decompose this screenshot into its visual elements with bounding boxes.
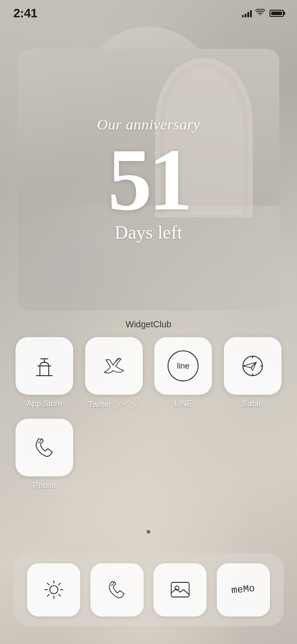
twitter-label: Twitter ツイッ:	[88, 399, 140, 410]
page-dot-active	[147, 530, 150, 534]
svg-rect-6	[171, 582, 189, 597]
widget-countdown-number: 51	[108, 142, 189, 217]
safari-item[interactable]: Safari	[222, 337, 284, 410]
widget-provider-label: WidgetClub	[0, 319, 297, 330]
battery-icon	[270, 10, 284, 17]
dock-photos-icon[interactable]	[153, 563, 207, 617]
dock-memo-icon[interactable]: meMo	[217, 563, 270, 617]
twitter-icon[interactable]	[85, 337, 143, 395]
app-store-item[interactable]: App Store	[13, 337, 76, 410]
wifi-icon	[255, 9, 265, 18]
line-icon[interactable]: line	[154, 337, 212, 395]
dock-settings-icon[interactable]	[27, 563, 80, 617]
status-icons	[242, 9, 284, 18]
status-time: 2:41	[13, 6, 37, 20]
svg-point-5	[50, 585, 58, 593]
twitter-item[interactable]: Twitter ツイッ:	[83, 337, 145, 410]
phone-icon[interactable]	[16, 419, 73, 476]
phone-label: Phone	[33, 481, 56, 490]
dock: meMo	[13, 553, 284, 626]
line-label: LINE	[174, 399, 192, 408]
dock-phone-item[interactable]	[90, 563, 144, 617]
anniversary-widget[interactable]: Our anniversary 51 Days left	[18, 49, 279, 310]
widget-subtitle: Days left	[115, 222, 183, 243]
app-store-icon[interactable]	[16, 337, 73, 395]
memo-text-label: meMo	[231, 583, 255, 597]
status-bar: 2:41	[0, 0, 297, 27]
safari-label: Safari	[242, 399, 263, 408]
dock-memo-item[interactable]: meMo	[217, 563, 270, 617]
dock-photos-item[interactable]	[153, 563, 207, 617]
line-item[interactable]: line LINE	[152, 337, 215, 410]
app-grid: App Store Twitter ツイッ: line LINE	[13, 337, 284, 499]
app-row-1: App Store Twitter ツイッ: line LINE	[13, 337, 284, 410]
app-store-label: App Store	[27, 399, 62, 408]
dock-phone-icon[interactable]	[90, 563, 144, 617]
safari-icon[interactable]	[224, 337, 281, 395]
phone-item[interactable]: Phone	[13, 419, 76, 490]
dock-settings-item[interactable]	[27, 563, 80, 617]
signal-icon	[242, 9, 252, 17]
page-dots	[0, 530, 297, 534]
app-row-2: Phone	[13, 419, 284, 490]
